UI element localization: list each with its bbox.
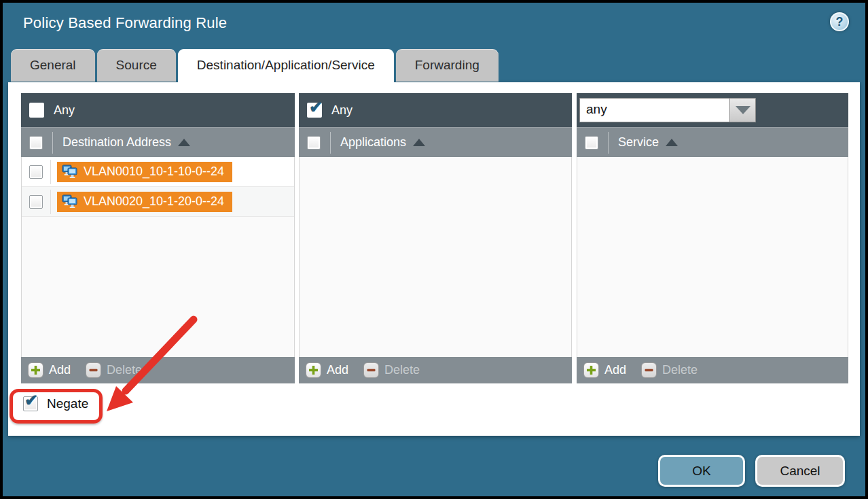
add-button[interactable]: Add — [327, 363, 348, 377]
address-object-label: VLAN0020_10-1-20-0--24 — [84, 194, 224, 209]
add-button[interactable]: Add — [49, 363, 71, 377]
dropdown-button[interactable] — [730, 98, 756, 122]
tab-content-panel: Any Destination Address — [8, 82, 860, 436]
network-address-icon — [62, 194, 78, 209]
sort-asc-icon — [666, 139, 678, 146]
service-header[interactable]: Service — [577, 127, 848, 157]
service-select-all-checkbox[interactable] — [585, 136, 598, 150]
destination-any-bar: Any — [21, 93, 295, 127]
applications-footer: Add Delete — [299, 357, 572, 383]
applications-column: ✔ Any Applications Add Delete — [299, 93, 572, 383]
header-divider — [52, 132, 53, 154]
service-dropdown-value[interactable]: any — [579, 98, 730, 122]
add-button[interactable]: Add — [604, 363, 626, 377]
add-icon[interactable] — [583, 362, 599, 378]
help-glyph: ? — [836, 15, 844, 29]
add-icon[interactable] — [306, 362, 321, 378]
destination-address-column: Any Destination Address — [21, 93, 295, 383]
dialog-title: Policy Based Forwarding Rule — [23, 14, 227, 32]
service-header-label: Service — [618, 135, 659, 150]
row-divider — [50, 190, 51, 214]
tab-source[interactable]: Source — [97, 49, 176, 82]
check-icon: ✔ — [309, 99, 323, 116]
delete-icon[interactable] — [86, 362, 101, 378]
help-icon[interactable]: ? — [830, 12, 849, 31]
sort-asc-icon — [413, 139, 425, 146]
delete-button[interactable]: Delete — [662, 363, 698, 377]
service-column: any Service Add — [577, 93, 848, 383]
service-any-bar: any — [577, 93, 848, 127]
table-row[interactable]: VLAN0010_10-1-10-0--24 — [22, 157, 294, 187]
delete-icon[interactable] — [363, 362, 379, 378]
destination-any-checkbox[interactable] — [29, 103, 44, 118]
applications-list — [299, 157, 572, 357]
applications-header-label: Applications — [340, 135, 406, 150]
tab-general[interactable]: General — [11, 49, 95, 82]
service-dropdown[interactable]: any — [579, 98, 756, 122]
delete-button[interactable]: Delete — [107, 363, 142, 377]
delete-button[interactable]: Delete — [384, 363, 420, 377]
destination-address-header-label: Destination Address — [62, 135, 171, 150]
applications-any-bar: ✔ Any — [299, 93, 572, 127]
negate-row: ✔ Negate — [23, 396, 88, 411]
destination-select-all-checkbox[interactable] — [29, 136, 43, 150]
chevron-down-icon — [736, 106, 751, 114]
destination-address-list: VLAN0010_10-1-10-0--24 — [21, 157, 295, 357]
negate-label: Negate — [47, 396, 88, 411]
address-object-badge[interactable]: VLAN0020_10-1-20-0--24 — [57, 192, 232, 212]
cancel-button[interactable]: Cancel — [755, 455, 845, 487]
tab-bar: General Source Destination/Application/S… — [11, 49, 499, 84]
destination-any-label: Any — [54, 103, 75, 118]
header-divider — [330, 132, 331, 154]
tab-destination-application-service[interactable]: Destination/Application/Service — [178, 49, 394, 84]
applications-any-checkbox[interactable]: ✔ — [307, 103, 322, 118]
network-address-icon — [62, 165, 78, 179]
policy-based-forwarding-dialog: Policy Based Forwarding Rule ? General S… — [0, 0, 868, 499]
table-row[interactable]: VLAN0020_10-1-20-0--24 — [22, 187, 294, 217]
destination-address-header[interactable]: Destination Address — [21, 127, 295, 157]
sort-asc-icon — [178, 139, 190, 146]
check-icon: ✔ — [24, 392, 38, 409]
ok-button[interactable]: OK — [658, 455, 745, 487]
row-checkbox[interactable] — [29, 195, 43, 209]
applications-any-label: Any — [331, 103, 352, 118]
applications-header[interactable]: Applications — [299, 127, 572, 157]
delete-icon[interactable] — [641, 362, 657, 378]
service-footer: Add Delete — [577, 357, 848, 383]
row-divider — [50, 160, 51, 184]
address-object-badge[interactable]: VLAN0010_10-1-10-0--24 — [57, 162, 232, 182]
tab-forwarding[interactable]: Forwarding — [396, 49, 499, 82]
address-object-label: VLAN0010_10-1-10-0--24 — [84, 165, 224, 179]
destination-footer: Add Delete — [21, 357, 295, 383]
negate-checkbox[interactable]: ✔ — [23, 396, 38, 411]
row-checkbox[interactable] — [29, 165, 43, 179]
header-divider — [608, 132, 609, 154]
add-icon[interactable] — [28, 362, 43, 378]
applications-select-all-checkbox[interactable] — [307, 136, 321, 150]
service-list — [577, 157, 848, 357]
